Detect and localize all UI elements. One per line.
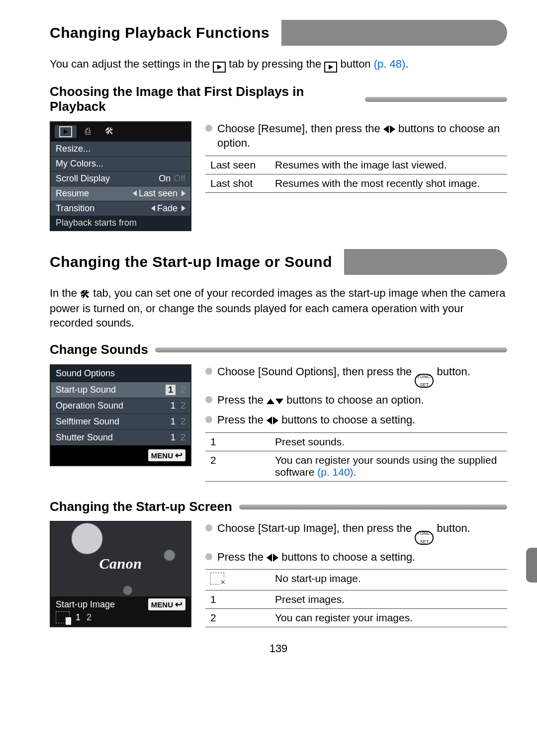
menu-row: Resize... xyxy=(51,141,190,156)
bullet-icon xyxy=(205,524,212,531)
canon-logo: Canon xyxy=(99,555,142,572)
menu-row: My Colors... xyxy=(51,156,190,171)
subsection-header: Choosing the Image that First Displays i… xyxy=(50,84,507,114)
subsection-title: Choosing the Image that First Displays i… xyxy=(50,84,358,114)
section-title: Changing the Start-up Image or Sound xyxy=(50,249,344,275)
playback-button-icon xyxy=(324,62,337,73)
section-banner: Changing the Start-up Image or Sound xyxy=(50,249,507,275)
camera-menu-screenshot: ⎙ 🛠 Resize... My Colors... Scroll Displa… xyxy=(50,121,191,231)
section-intro: In the 🛠 tab, you can set one of your re… xyxy=(50,286,507,331)
menu-label: Start-up Image xyxy=(56,599,115,610)
options-table: Last seenResumes with the image last vie… xyxy=(205,156,507,193)
page-ref-link[interactable]: (p. 48) xyxy=(374,58,406,70)
menu-button-icon: MENU↩ xyxy=(148,449,185,461)
menu-row: Operation Sound12 xyxy=(51,398,190,414)
rule-icon xyxy=(365,97,507,102)
section-title: Changing Playback Functions xyxy=(50,20,281,46)
startup-options: 1 2 xyxy=(56,611,185,623)
page-ref-link[interactable]: (p. 140) xyxy=(317,466,353,478)
left-arrow-icon xyxy=(133,190,137,196)
subsection-title: Changing the Start-up Screen xyxy=(50,500,232,514)
up-down-arrows-icon xyxy=(267,399,283,404)
func-set-button-icon: FUNC.SET xyxy=(415,374,434,388)
bullet-icon xyxy=(205,396,212,403)
sound-options-screenshot: Sound Options Start-up Sound12 Operation… xyxy=(50,364,191,466)
menu-row-selected: ResumeLast seen xyxy=(51,186,190,201)
subsection-header: Change Sounds xyxy=(50,342,507,357)
rule-icon xyxy=(239,504,507,509)
menu-button-icon: MENU↩ xyxy=(148,598,185,610)
options-table: 1Preset sounds. 2You can register your s… xyxy=(205,432,507,482)
tools-tab-icon: 🛠 xyxy=(80,288,90,301)
menu-row: Shutter Sound12 xyxy=(51,429,190,445)
left-right-arrows-icon xyxy=(383,125,395,133)
section-intro: You can adjust the settings in the tab b… xyxy=(50,57,507,73)
menu-title: Sound Options xyxy=(51,365,190,382)
startup-image-screenshot: Canon Start-up ImageMENU↩ 1 2 xyxy=(50,521,191,627)
right-arrow-icon xyxy=(181,205,185,211)
left-right-arrows-icon xyxy=(267,417,278,424)
section-banner: Changing Playback Functions xyxy=(50,20,507,46)
options-table: No start-up image. 1Preset images. 2You … xyxy=(205,569,507,627)
menu-row: Selftimer Sound12 xyxy=(51,414,190,429)
page-number: 139 xyxy=(50,642,507,655)
bullet-icon xyxy=(205,416,212,423)
menu-row: TransitionFade xyxy=(51,201,190,216)
right-arrow-icon xyxy=(181,190,185,196)
menu-status: Playback starts from xyxy=(51,216,190,230)
instruction-bullet: Press the buttons to choose a setting. xyxy=(205,413,507,427)
bullet-icon xyxy=(205,125,212,132)
menu-row: Scroll DisplayOnOff xyxy=(51,171,190,186)
left-arrow-icon xyxy=(151,205,155,211)
bullet-icon xyxy=(205,553,212,560)
playback-tab-icon xyxy=(55,125,77,138)
playback-tab-icon xyxy=(213,62,226,73)
no-image-icon xyxy=(210,573,224,585)
no-image-icon xyxy=(56,611,70,623)
rule-icon xyxy=(155,347,507,352)
tools-tab-icon: 🛠 xyxy=(98,125,120,138)
print-tab-icon: ⎙ xyxy=(77,125,98,138)
bullet-icon xyxy=(205,368,212,375)
instruction-bullet: Choose [Resume], then press the buttons … xyxy=(205,121,507,151)
subsection-title: Change Sounds xyxy=(50,342,148,357)
instruction-bullet: Choose [Sound Options], then press the F… xyxy=(205,364,507,388)
menu-row-selected: Start-up Sound12 xyxy=(51,382,190,398)
page-edge-tab xyxy=(526,548,537,583)
instruction-bullet: Press the buttons to choose an option. xyxy=(205,393,507,408)
func-set-button-icon: FUNC.SET xyxy=(415,531,434,545)
left-right-arrows-icon xyxy=(267,554,278,562)
subsection-header: Changing the Start-up Screen xyxy=(50,500,507,514)
instruction-bullet: Press the buttons to choose a setting. xyxy=(205,550,507,565)
instruction-bullet: Choose [Start-up Image], then press the … xyxy=(205,521,507,544)
